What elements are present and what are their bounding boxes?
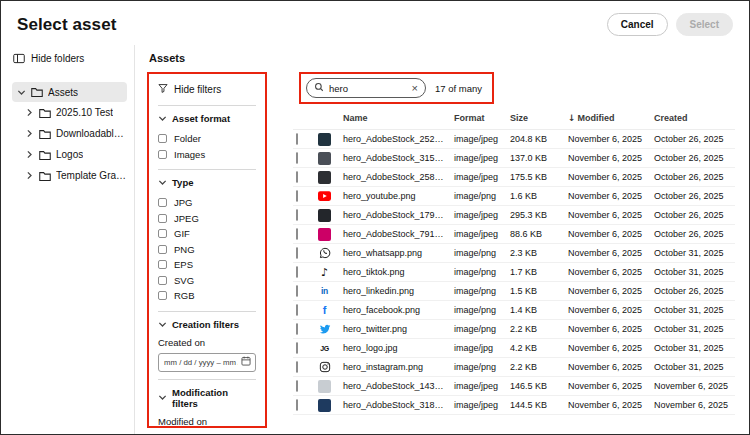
checkbox[interactable] [158,214,167,223]
asset-row[interactable]: hero_instagram.png image/png 2.2 KB Nove… [293,358,735,377]
asset-format: image/jpeg [451,206,507,225]
asset-format-section-header[interactable]: Asset format [158,113,256,124]
asset-row[interactable]: hero_twitter.png image/png 2.2 KB Novemb… [293,320,735,339]
search-annotation-box: hero × 17 of many [299,72,494,104]
creation-filters-header[interactable]: Creation filters [158,319,256,330]
row-checkbox[interactable] [296,247,298,259]
photo-thumbnail-icon [318,228,331,241]
column-header-created[interactable]: Created [651,110,735,130]
filter-option[interactable]: PNG [158,242,256,258]
checkbox[interactable] [158,260,167,269]
folder-tree-item[interactable]: Logos [12,144,127,165]
modification-filters-header[interactable]: Modification filters [158,387,256,409]
row-checkbox[interactable] [296,399,298,411]
folder-icon [39,171,51,181]
asset-name: hero_instagram.png [340,358,451,377]
asset-row[interactable]: ♪ hero_tiktok.png image/png 1.7 KB Novem… [293,263,735,282]
asset-row[interactable]: in hero_linkedin.png image/png 1.5 KB No… [293,282,735,301]
checkbox[interactable] [158,134,167,143]
row-checkbox-cell [293,130,315,149]
row-checkbox[interactable] [296,380,298,392]
checkbox[interactable] [158,291,167,300]
cancel-button[interactable]: Cancel [607,13,668,36]
row-checkbox[interactable] [296,361,298,373]
asset-created: October 31, 2025 [651,320,735,339]
modified-on-label: Modified on [158,416,256,427]
row-checkbox-cell [293,168,315,187]
folder-icon [31,87,43,97]
column-header-format[interactable]: Format [451,110,507,130]
asset-row[interactable]: hero_whatsapp.png image/png 2.3 KB Novem… [293,244,735,263]
asset-row[interactable]: hero_AdobeStock_143683 image/jpeg 146.5 … [293,377,735,396]
checkbox[interactable] [158,276,167,285]
filter-option-label: PNG [174,244,195,255]
column-header-modified[interactable]: ↓Modified [565,110,651,130]
created-on-range-input[interactable]: mm / dd / yyyy – mm / dd / [158,353,256,372]
folder-tree-item-assets-root[interactable]: Assets [12,82,127,102]
type-section-header[interactable]: Type [158,177,256,188]
filter-option[interactable]: SVG [158,273,256,289]
row-checkbox[interactable] [296,342,298,354]
hide-folders-toggle[interactable]: Hide folders [13,53,127,64]
row-checkbox[interactable] [296,133,298,145]
asset-format: image/png [451,282,507,301]
row-checkbox[interactable] [296,209,298,221]
folder-tree-item[interactable]: Downloadable Assets [12,123,127,144]
asset-row[interactable]: hero_AdobeStock_258075 image/jpeg 175.5 … [293,168,735,187]
row-checkbox[interactable] [296,190,298,202]
asset-name: hero_whatsapp.png [340,244,451,263]
asset-modified: November 6, 2025 [565,377,651,396]
checkbox[interactable] [158,150,167,159]
asset-modified: November 6, 2025 [565,396,651,415]
asset-row[interactable]: hero_AdobeStock_791384 image/jpeg 88.6 K… [293,225,735,244]
clear-search-icon[interactable]: × [412,83,418,94]
chevron-down-icon [158,320,167,329]
checkbox[interactable] [158,245,167,254]
asset-modified: November 6, 2025 [565,206,651,225]
row-thumbnail-cell [315,206,340,225]
row-checkbox[interactable] [296,323,298,335]
asset-format-options: Folder Images [158,131,256,162]
filter-option[interactable]: GIF [158,226,256,242]
filter-option[interactable]: JPG [158,195,256,211]
asset-row[interactable]: hero_youtube.png image/png 1.6 KB Novemb… [293,187,735,206]
section-title: Modification filters [172,387,256,409]
row-checkbox[interactable] [296,228,298,240]
hide-filters-toggle[interactable]: Hide filters [158,83,256,95]
asset-row[interactable]: JG hero_logo.jpg image/jpg 4.2 KB Novemb… [293,339,735,358]
asset-row[interactable]: f hero_facebook.png image/png 1.4 KB Nov… [293,301,735,320]
column-header-size[interactable]: Size [507,110,565,130]
column-header-name[interactable]: Name [340,110,451,130]
asset-name: hero_AdobeStock_252964 [340,130,451,149]
filter-option[interactable]: Images [158,147,256,163]
asset-size: 175.5 KB [507,168,565,187]
row-checkbox[interactable] [296,152,298,164]
folder-label: Downloadable Assets [56,128,127,139]
asset-format: image/png [451,320,507,339]
asset-row[interactable]: hero_AdobeStock_31567E image/jpeg 137.0 … [293,149,735,168]
filter-option[interactable]: EPS [158,257,256,273]
asset-row[interactable]: hero_AdobeStock_252964 image/jpeg 204.8 … [293,130,735,149]
asset-row[interactable]: hero_AdobeStock_179402 image/jpeg 295.3 … [293,206,735,225]
row-checkbox-cell [293,206,315,225]
calendar-icon[interactable] [241,356,251,368]
filter-option[interactable]: RGB [158,288,256,304]
row-checkbox[interactable] [296,171,298,183]
row-checkbox[interactable] [296,304,298,316]
checkbox[interactable] [158,229,167,238]
row-checkbox[interactable] [296,285,298,297]
filter-option[interactable]: Folder [158,131,256,147]
asset-row[interactable]: hero_AdobeStock_31855S… image/jpeg 144.5… [293,396,735,415]
search-input[interactable]: hero × [306,78,426,98]
row-thumbnail-cell [315,320,340,339]
asset-created: October 26, 2025 [651,187,735,206]
filter-option[interactable]: JPEG [158,211,256,227]
folder-tree-item[interactable]: Template Graphics [12,165,127,186]
filter-section-modification: Modification filters Modified on mm / dd… [158,387,256,427]
dialog-actions: Cancel Select [607,13,733,36]
folder-tree-item[interactable]: 2025.10 Test [12,102,127,123]
row-checkbox[interactable] [296,266,298,278]
checkbox[interactable] [158,198,167,207]
select-button[interactable]: Select [676,13,733,36]
folder-icon [39,129,51,139]
